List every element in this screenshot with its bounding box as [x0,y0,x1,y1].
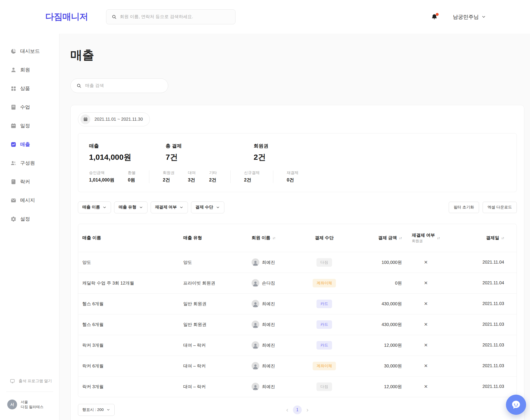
member-avatar-icon [252,362,259,370]
notification-bell-icon[interactable] [431,13,438,20]
payment-amount: 430,000원 [349,322,404,328]
summary-stats: 매출 1,014,000원 총 결제 7건 회원권 2건 [78,133,517,192]
sub-stat: 환불 0원 [128,170,149,183]
rebill-x-icon: ✕ [404,384,447,389]
stat-total-payments: 총 결제 7건 [166,143,254,163]
col-payment-amount[interactable]: 결제 금액 ↓↑ [349,235,404,241]
excel-download-button[interactable]: 엑셀 다운로드 [483,202,517,213]
message-icon [10,197,17,204]
filter-dropdown[interactable]: 매출 유형 [114,201,147,213]
prev-page-button[interactable]: ‹ [285,407,289,413]
chevron-down-icon [216,205,220,209]
table-row[interactable]: 락커 3개월 대여 – 락커 최예진 카드 12,00 [78,335,517,356]
page-number[interactable]: 1 [293,405,302,414]
monitor-icon [10,379,15,384]
sort-icon: ↓↑ [501,236,504,240]
col-sale-type: 매출 유형 [183,235,252,241]
filter-reset-button[interactable]: 필터 초기화 [449,202,479,213]
sub-stat: 대여 3건 [188,170,196,183]
chat-widget-button[interactable] [506,395,526,415]
member-avatar-icon [252,321,259,328]
col-rebill[interactable]: 재결제 여부 회원권 ↓↑ [404,233,447,243]
filter-dropdown[interactable]: 매출 이름 [78,201,111,213]
table-row[interactable]: 헬스 6개월 일반 회원권 최예진 카드 430,00 [78,314,517,335]
member-name: 손다짐 [262,280,275,286]
sale-type: 대여 – 락커 [183,342,252,348]
payment-method-badge: 계좌이체 [313,362,336,370]
payment-date: 2021.11.03 [447,343,517,348]
attendance-program-link[interactable]: 출석 프로그램 열기 [0,379,59,384]
chevron-down-icon [139,205,143,209]
chevron-down-icon [481,15,486,19]
sidebar-item[interactable]: 대시보드 [0,42,59,61]
staff-icon [10,160,17,166]
member-avatar-icon [252,341,259,349]
user-name: 남궁민주님 [453,13,479,20]
global-search-field[interactable] [106,9,235,24]
member-name: 최예진 [262,342,275,348]
sidebar-item[interactable]: 회원 [0,61,59,79]
sale-name: 양도 [78,259,183,265]
payment-method-badge: 다짐 [316,258,332,267]
rows-per-page-dropdown[interactable]: 행표시 : 200 [78,404,115,416]
sale-name: 락커 3개월 [78,342,183,348]
table-row[interactable]: 락커 3개월 대여 – 락커 최예진 다짐 12,00 [78,376,517,397]
sub-stat: 재결제 0건 [287,170,298,183]
payment-method-cell: 카드 [300,341,349,350]
global-search-input[interactable] [120,14,230,19]
payment-method-badge: 카드 [316,341,332,350]
payment-amount: 30,000원 [349,363,404,369]
payment-method-cell: 계좌이체 [300,279,349,287]
payment-date: 2021.11.04 [447,260,517,265]
filter-dropdown[interactable]: 재결제 여부 [151,201,188,213]
sidebar-item-label: 매출 [20,141,30,148]
sidebar-item[interactable]: 메시지 [0,191,59,210]
page-title: 매출 [70,48,524,62]
sales-card: 2021.11.01 ~ 2021.11.30 매출 1,014,000원 총 … [70,105,524,420]
sidebar-item-label: 락커 [20,178,30,185]
payment-method-badge: 카드 [316,300,332,308]
table-row[interactable]: 양도 양도 최예진 다짐 100,000원 [78,252,517,273]
sales-search-field[interactable] [70,78,168,93]
payment-amount: 100,000원 [349,259,404,265]
sidebar-item[interactable]: 일정 [0,117,59,135]
user-menu[interactable]: 남궁민주님 [453,13,486,20]
logo[interactable]: 다짐매니저 [45,11,88,23]
sale-type: 일반 회원권 [183,301,252,307]
payment-method-badge: 계좌이체 [313,279,336,287]
payment-amount: 0원 [349,280,404,286]
sidebar-item-label: 일정 [20,122,30,129]
dashboard-icon [10,48,17,54]
rebill-x-icon: ✕ [404,363,447,369]
rebill-x-icon: ✕ [404,322,447,327]
table-row[interactable]: 락커 6개월 대여 – 락커 최예진 계좌이체 30, [78,356,517,376]
payment-method-badge: 카드 [316,320,332,329]
sidebar-item[interactable]: 락커 [0,172,59,191]
sidebar-item[interactable]: 설정 [0,210,59,228]
sales-table-body: 양도 양도 최예진 다짐 100,000원 [78,252,517,397]
table-row[interactable]: 헬스 6개월 일반 회원권 최예진 카드 430,00 [78,293,517,314]
next-page-button[interactable]: › [305,407,310,413]
col-member-name[interactable]: 회원 이름 ↓↑ [252,235,300,241]
filter-dropdown[interactable]: 결제 수단 [191,201,224,213]
table-header-row: 매출 이름 매출 유형 회원 이름 ↓↑ 결제 수단 결제 금액 ↓↑ [78,224,517,252]
account-profile[interactable]: 서 서울 다짐 필라테스 [0,400,59,410]
search-icon [76,83,82,88]
sidebar-item-label: 상품 [20,85,30,92]
sale-name: 락커 3개월 [78,384,183,390]
col-payment-date[interactable]: 결제일 ↓↑ [447,235,517,241]
col-payment-method: 결제 수단 [300,235,349,241]
payment-amount: 430,000원 [349,301,404,307]
sidebar-item[interactable]: 상품 [0,79,59,98]
filter-dropdown-label: 재결제 여부 [155,205,177,210]
sidebar-item[interactable]: 매출 [0,135,59,154]
member-name: 최예진 [262,322,275,328]
main-stats-row: 매출 1,014,000원 총 결제 7건 회원권 2건 [89,143,509,163]
sidebar-item[interactable]: 수업 [0,98,59,117]
sales-search-input[interactable] [85,83,162,88]
sub-stats-row: 승인금액 1,014,000원 환불 0원 회원권 2건 [89,170,509,183]
table-row[interactable]: 캐딜락 수업 주 3회 12개월 프라이빗 회원권 손다짐 계좌이체 [78,273,517,293]
sidebar-item[interactable]: 구성원 [0,154,59,172]
chevron-down-icon [102,205,107,209]
date-range-picker[interactable]: 2021.11.01 ~ 2021.11.30 [78,112,150,126]
